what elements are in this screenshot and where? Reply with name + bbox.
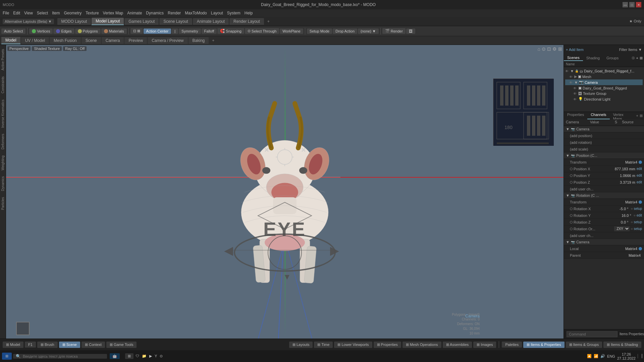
tab-baking[interactable]: Baking (189, 37, 209, 44)
vp-home-icon[interactable]: ⌂ (538, 46, 540, 52)
layout-tab-games[interactable]: Games Layout (124, 18, 159, 25)
scene-item-dir-light[interactable]: 👁 💡 Directional Light (565, 96, 643, 102)
scene-tab-shading[interactable]: Shading (583, 55, 603, 61)
viewport-area[interactable]: Perspective Shaded Texture Ray GL: Off ⌂… (6, 45, 564, 339)
transform-position-dot[interactable] (639, 161, 642, 164)
sidebar-tab-active-presets[interactable]: Active Presets (0, 46, 5, 73)
sidebar-tab-dynamics[interactable]: Dynamics (0, 174, 5, 194)
position-y-link[interactable]: edit (637, 174, 642, 177)
eye-icon-camera[interactable]: 👁 (569, 81, 573, 84)
work-plane-button[interactable]: WorkPlane (280, 28, 303, 34)
eye-icon-root[interactable]: 👁 (565, 69, 569, 73)
menu-view[interactable]: View (24, 11, 33, 15)
menu-texture[interactable]: Texture (86, 11, 99, 15)
layout-tab-render[interactable]: Render Layout (229, 18, 264, 25)
rotation-z-link[interactable]: setup (634, 220, 642, 224)
menu-dynamics[interactable]: Dynamics (146, 11, 164, 15)
bottom-tab-scene[interactable]: ⊞ Scene (59, 342, 80, 348)
layout-tab-animate[interactable]: Animate Layout (193, 18, 229, 25)
drop-action-button[interactable]: Drop Action (333, 28, 357, 34)
eye-icon-mesh[interactable]: 👁 (569, 75, 573, 78)
action-center-button[interactable]: Action Center (144, 28, 171, 34)
setup-mode-button[interactable]: Setup Mode (307, 28, 332, 34)
scene-item-texture-group[interactable]: 👁 🖼 Texture Group (565, 91, 643, 96)
bottom-mesh-ops[interactable]: ⊞ Mesh Operations (402, 342, 441, 348)
layout-tab-modo[interactable]: MODO Layout (57, 18, 91, 25)
layout-tab-model[interactable]: Model Layout (92, 18, 124, 25)
eye-icon-light[interactable]: 👁 (573, 98, 577, 101)
position-z-radio[interactable] (570, 181, 573, 184)
close-button[interactable]: ✕ (636, 2, 641, 7)
bottom-items-shading[interactable]: ⊞ Items & Shading (603, 342, 641, 348)
tab-add[interactable]: + (209, 37, 217, 44)
props-tab-properties[interactable]: Properties (564, 112, 587, 119)
scene-panel-icon3[interactable]: ⊞ (640, 56, 643, 60)
bottom-tab-f1[interactable]: F1 (25, 342, 36, 348)
command-input[interactable] (567, 331, 618, 337)
polygons-button[interactable]: Polygons (75, 28, 101, 34)
tab-uv-model[interactable]: UV / Model (21, 37, 49, 44)
props-icon1[interactable]: + (636, 114, 638, 118)
ray-gl-badge[interactable]: Ray GL: Off (63, 46, 87, 51)
prop-section-header-position[interactable]: ▼ 📷 Position (C... (564, 153, 644, 159)
taskbar-app-windows[interactable]: ⊞ (125, 353, 133, 359)
rotation-z-radio[interactable] (570, 221, 573, 224)
taskbar-app-edge[interactable]: ▶ (149, 353, 153, 359)
snap-icons[interactable]: ⊡ ⊠ (130, 28, 143, 34)
position-y-radio[interactable] (570, 174, 573, 177)
tab-camera[interactable]: Camera (102, 37, 124, 44)
position-x-radio[interactable] (570, 168, 573, 170)
menu-vertex-map[interactable]: Vertex Map (103, 11, 123, 15)
bottom-properties[interactable]: ⊞ Properties (374, 342, 401, 348)
prop-rotation-order[interactable]: Rotation Or... ZXY XYZ YZX ○ setup (564, 226, 644, 232)
sys-tray-show-desktop[interactable]: ▕ (638, 354, 642, 358)
scene-item-dairy-goat[interactable]: 👁 ▣ Dairy_Goat_Breed_Rigged (565, 85, 643, 91)
layout-tab-add[interactable]: + (265, 18, 272, 25)
maximize-button[interactable]: □ (629, 2, 635, 7)
tab-mesh-fusion[interactable]: Mesh Fusion (50, 37, 81, 44)
bottom-images[interactable]: ⊞ Images (473, 342, 496, 348)
perspective-badge[interactable]: Perspective (7, 46, 31, 51)
taskbar-app-explorer[interactable]: 📁 (141, 353, 147, 359)
prop-rotation-x[interactable]: Rotation X -5.0 ° ○ setup (564, 205, 644, 212)
rotation-order-link[interactable]: setup (634, 227, 642, 231)
vp-settings-icon[interactable]: ⚙ (552, 46, 557, 52)
auto-select-button[interactable]: Auto Select (1, 28, 25, 34)
task-cortana[interactable]: 🤖 (110, 353, 120, 359)
prop-position-z[interactable]: Position Z 3.3719 m edit (564, 179, 644, 186)
bottom-lower-viewports[interactable]: ⊞ Lower Viewports (334, 342, 372, 348)
props-tab-channels[interactable]: Channels (587, 112, 609, 119)
layout-preset-dropdown[interactable]: Alternative Layouts (Beta) ▼ (3, 19, 54, 24)
prop-section-header-rotation[interactable]: ▼ 📷 Rotation (C ... (564, 192, 644, 199)
minimize-button[interactable]: — (623, 2, 628, 7)
bottom-items-groups[interactable]: ⊞ Items & Groups (566, 342, 602, 348)
start-button[interactable]: ⊞ (2, 353, 12, 360)
render-button[interactable]: 🎬 Render (382, 28, 406, 34)
bottom-palettes[interactable]: Palettes (502, 342, 522, 348)
prop-position-y[interactable]: Position Y 1.0666 m edit (564, 172, 644, 179)
taskbar-search-input[interactable] (23, 354, 104, 358)
tab-scene[interactable]: Scene (82, 37, 101, 44)
rotation-y-radio[interactable] (570, 214, 573, 217)
rotation-order-dropdown[interactable]: ZXY XYZ YZX (614, 226, 630, 231)
edges-button[interactable]: Edges (53, 28, 74, 34)
menu-edit[interactable]: Edit (13, 11, 20, 15)
menu-maxtomodo[interactable]: MaxToModo (185, 11, 207, 15)
sys-tray-sound[interactable]: 🔊 (600, 354, 605, 358)
eye-icon-texture[interactable]: 👁 (573, 92, 577, 95)
materials-button[interactable]: Materials (101, 28, 127, 34)
tab-preview[interactable]: Preview (124, 37, 147, 44)
menu-layout[interactable]: Layout (211, 11, 223, 15)
menu-select[interactable]: Select (37, 11, 48, 15)
scene-panel-icon1[interactable]: ☉ (632, 56, 635, 60)
bottom-items-properties[interactable]: ⊞ Items & Properties (523, 342, 565, 348)
scene-tab-scenes[interactable]: Scenes (564, 55, 583, 61)
taskbar-app-security[interactable]: 🛡 (135, 353, 140, 359)
vp-maximize-icon[interactable]: ⊞ (558, 46, 562, 52)
menu-geometry[interactable]: Geometry (64, 11, 82, 15)
falloff-button[interactable]: Falloff (202, 28, 217, 34)
shading-badge[interactable]: Shaded Texture (32, 46, 62, 51)
symmetry-button[interactable]: Symmetry (179, 28, 201, 34)
props-tab-vertex-maps[interactable]: Vertex Maps (610, 112, 635, 119)
bottom-time[interactable]: ⊞ Time (314, 342, 333, 348)
